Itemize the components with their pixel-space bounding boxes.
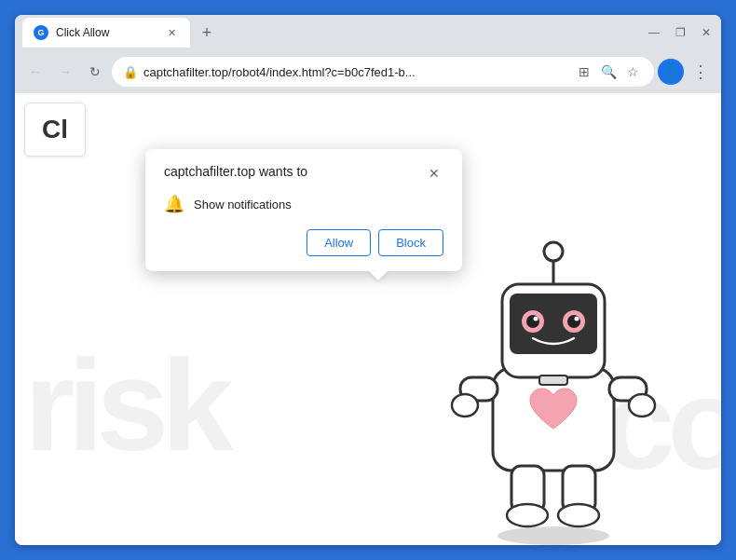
maximize-button[interactable]: ❐ [673, 25, 688, 40]
refresh-button[interactable]: ↻ [82, 59, 108, 85]
popup-title: captchafilter.top wants to [164, 164, 307, 179]
notification-row: 🔔 Show notifications [164, 194, 443, 214]
translate-icon[interactable]: ⊞ [574, 61, 594, 82]
svg-point-19 [507, 504, 548, 526]
tab-close-button[interactable]: ✕ [164, 25, 179, 40]
window-controls: — ❐ ✕ [647, 25, 714, 40]
tab-bar: G Click Allow ✕ + [22, 18, 635, 48]
page-content: risk co Cl captchafilter.top wants to ✕ … [15, 93, 721, 545]
svg-point-10 [534, 317, 538, 321]
url-icons: ⊞ 🔍 ☆ [574, 61, 643, 82]
menu-button[interactable]: ⋮ [688, 59, 714, 85]
block-button[interactable]: Block [378, 229, 443, 256]
allow-button[interactable]: Allow [307, 229, 371, 256]
profile-button[interactable]: 👤 [658, 59, 684, 85]
watermark-left: risk [24, 340, 226, 471]
bookmark-icon[interactable]: ☆ [622, 61, 643, 82]
tab-favicon: G [34, 25, 48, 40]
svg-point-15 [452, 394, 478, 417]
notification-popup: captchafilter.top wants to ✕ 🔔 Show noti… [145, 149, 462, 271]
url-bar[interactable]: 🔒 captchafilter.top/robot4/index.html?c=… [112, 57, 654, 87]
page-partial-title: Cl [42, 115, 68, 143]
svg-rect-12 [539, 376, 567, 385]
svg-point-16 [629, 394, 655, 417]
page-title-box: Cl [24, 102, 86, 157]
bell-icon: 🔔 [164, 194, 184, 214]
profile-icon: 👤 [663, 64, 679, 79]
active-tab[interactable]: G Click Allow ✕ [22, 18, 190, 48]
close-window-button[interactable]: ✕ [699, 25, 714, 40]
browser-window: G Click Allow ✕ + — ❐ ✕ ← → ↻ 🔒 captchaf… [15, 15, 721, 545]
popup-buttons: Allow Block [164, 229, 443, 256]
minimize-button[interactable]: — [647, 25, 661, 40]
popup-header: captchafilter.top wants to ✕ [164, 164, 443, 183]
popup-close-button[interactable]: ✕ [425, 164, 443, 183]
popup-tail [369, 271, 388, 280]
forward-button[interactable]: → [52, 59, 78, 85]
url-text: captchafilter.top/robot4/index.html?c=b0… [143, 65, 568, 79]
svg-point-8 [526, 315, 539, 328]
svg-point-0 [497, 526, 609, 545]
title-bar: G Click Allow ✕ + — ❐ ✕ [15, 15, 721, 50]
robot-illustration [423, 191, 684, 545]
address-bar: ← → ↻ 🔒 captchafilter.top/robot4/index.h… [15, 50, 721, 93]
svg-point-11 [575, 317, 579, 321]
svg-point-4 [544, 242, 563, 261]
tab-title: Click Allow [56, 26, 157, 39]
search-icon[interactable]: 🔍 [598, 61, 619, 82]
back-button[interactable]: ← [22, 59, 48, 85]
svg-point-20 [558, 504, 599, 526]
svg-point-9 [567, 315, 580, 328]
lock-icon: 🔒 [123, 65, 138, 79]
notification-label: Show notifications [194, 198, 292, 212]
new-tab-button[interactable]: + [194, 20, 220, 46]
